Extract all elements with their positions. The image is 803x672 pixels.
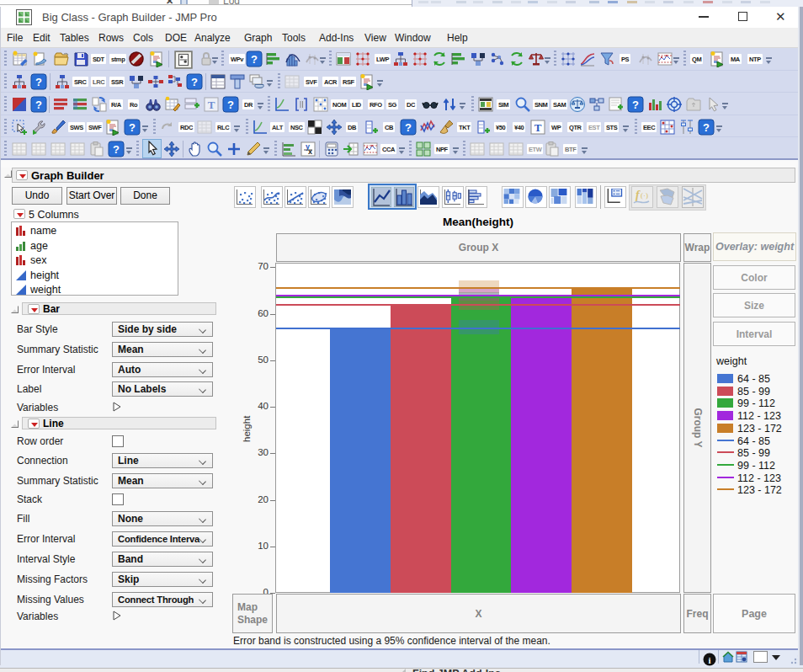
svg-text:i: i: [708, 655, 710, 665]
svg-text:(·): (·): [641, 191, 648, 200]
